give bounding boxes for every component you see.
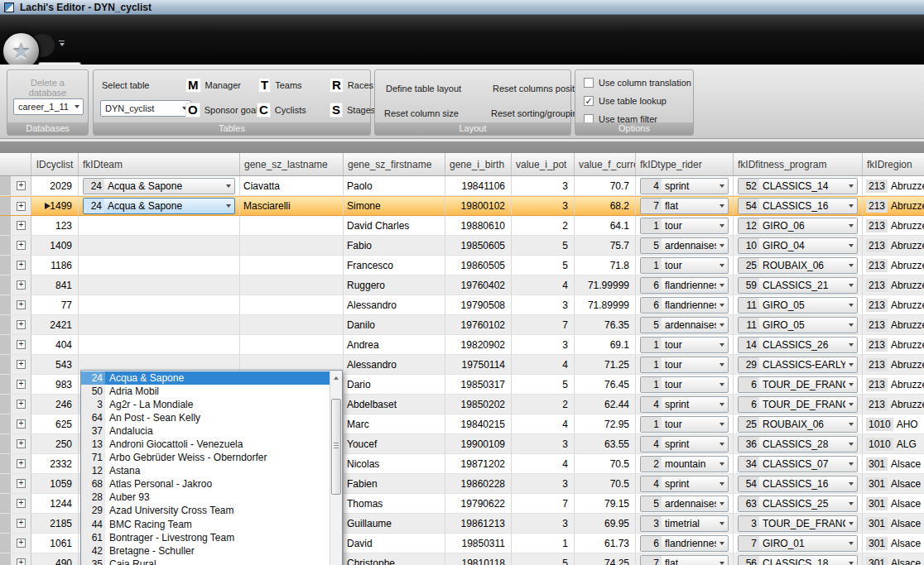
column-header-fkIDtype_rider[interactable]: fkIDtype_rider [636,153,734,175]
fitness-program-combo[interactable]: 54CLASSICS_16 [738,198,858,214]
expand-row-icon[interactable]: + [17,479,26,488]
table-row[interactable]: +123David Charles19880610264.11tour12GIR… [0,216,924,236]
table-row[interactable]: +2421Danilo19760102776.355ardennaises11G… [0,315,924,335]
define-table-layout-button[interactable]: Define table layout [386,84,461,93]
expand-row-icon[interactable]: + [17,360,26,369]
type-rider-combo[interactable]: 1tour [640,218,729,234]
fitness-program-combo[interactable]: 29CLASSICS-EARLY-S [738,357,858,373]
scroll-up-icon[interactable] [330,371,342,385]
expand-row-icon[interactable]: + [17,202,26,211]
table-row[interactable]: +841Ruggero19760402471.999996flandrienne… [0,275,924,295]
reset-sorting-grouping-button[interactable]: Reset sorting/grouping [491,108,583,118]
column-header-value_f_curre[interactable]: value_f_curre [575,153,636,175]
reset-column-size-button[interactable]: Reset column size [384,108,459,118]
type-rider-combo[interactable]: 5ardennaises [640,237,729,254]
team-list-item[interactable]: 44BMC Racing Team [81,518,330,531]
team-list-item[interactable]: 13Androni Giocattoli - Venezuela [81,438,330,451]
column-header-value_i_pot[interactable]: value_i_pot [512,153,575,175]
type-rider-combo[interactable]: 4sprint [640,476,729,492]
table-button-stages[interactable]: SStages [330,103,375,117]
team-list-item[interactable]: 3Ag2r - La Mondiale [81,398,330,411]
type-rider-combo[interactable]: 2mountain [640,456,729,472]
type-rider-combo[interactable]: 4sprint [640,178,729,194]
fitness-program-combo[interactable]: 10GIRO_04 [738,237,858,254]
type-rider-combo[interactable]: 4sprint [640,436,729,452]
expand-row-icon[interactable]: + [17,261,26,270]
type-rider-combo[interactable]: 1tour [640,337,729,353]
fitness-program-combo[interactable]: 56CLASSICS_18 [738,555,858,565]
team-combo[interactable]: 24Acqua & Sapone [83,178,235,194]
quick-access-dropdown-icon[interactable] [58,41,65,46]
table-row[interactable]: +404Andrea19820902369.11tour14CLASSICS_2… [0,335,924,355]
type-rider-combo[interactable]: 1tour [640,416,729,433]
type-rider-combo[interactable]: 7flat [640,198,729,214]
fitness-program-combo[interactable]: 36CLASSICS_28 [738,436,858,452]
expand-row-icon[interactable]: + [17,459,26,468]
column-header-fkIDteam[interactable]: fkIDteam [79,153,240,175]
type-rider-combo[interactable]: 7flat [640,555,729,565]
expand-row-icon[interactable]: + [17,499,26,508]
expand-row-icon[interactable]: + [17,380,26,389]
column-header-gene_i_birth[interactable]: gene_i_birth [445,153,512,175]
table-row[interactable]: +149924Acqua & SaponeMasciarelliSimone19… [0,196,924,216]
fitness-program-combo[interactable]: 11GIRO_05 [738,297,858,314]
table-row[interactable]: +1409Fabio19850605575.75ardennaises10GIR… [0,236,924,256]
column-header-gene_sz_lastname[interactable]: gene_sz_lastname [240,153,344,175]
team-list-item[interactable]: 12Astana [81,464,330,477]
delete-database-button[interactable]: Delete a database [7,77,88,98]
fitness-program-combo[interactable]: 3TOUR_DE_FRANCE_ [738,515,858,532]
expand-row-icon[interactable]: + [17,539,26,548]
table-row[interactable]: +1186Francesco19860505571.81tour25ROUBAI… [0,256,924,275]
fitness-program-combo[interactable]: 52CLASSICS_14 [738,178,858,194]
expand-row-icon[interactable]: + [17,241,26,250]
team-list-item[interactable]: 61Bontrager - Livestrong Team [81,531,330,544]
type-rider-combo[interactable]: 6flandriennes [640,277,729,294]
fitness-program-combo[interactable]: 12GIRO_06 [738,218,858,234]
team-list-item[interactable]: 28Auber 93 [81,491,330,504]
popup-scrollbar[interactable] [330,371,342,565]
scrollbar-thumb[interactable] [331,399,341,495]
database-select[interactable]: career_1_11 [13,98,84,115]
type-rider-combo[interactable]: 1tour [640,376,729,393]
expand-row-icon[interactable]: + [17,340,26,349]
expand-row-icon[interactable]: + [17,419,26,429]
fitness-program-combo[interactable]: 7GIRO_01 [738,535,858,552]
type-rider-combo[interactable]: 1tour [640,257,729,274]
type-rider-combo[interactable]: 6flandriennes [640,535,729,552]
team-list-item[interactable]: 29Azad University Cross Team [81,504,330,517]
expand-row-icon[interactable]: + [17,519,26,528]
fitness-program-combo[interactable]: 25ROUBAIX_06 [738,257,858,274]
team-list-item[interactable]: 71Arbo Gebrüder Weiss - Oberndorfer [81,451,330,464]
column-header-IDcyclist[interactable]: IDcyclist [31,153,79,175]
expand-row-icon[interactable]: + [17,221,26,230]
type-rider-combo[interactable]: 5ardennaises [640,317,729,333]
team-list-item[interactable]: 42Bretagne - Schuller [81,544,330,558]
team-list-item[interactable]: 37Andalucia [81,424,330,438]
table-button-sponsor-goals[interactable]: OSponsor goals [186,103,262,117]
expand-row-icon[interactable]: + [17,439,26,448]
type-rider-combo[interactable]: 3timetrial [640,515,729,532]
fitness-program-combo[interactable]: 6TOUR_DE_FRANCE_ [738,396,858,413]
checkbox-use-table-lookup[interactable]: ✓Use table lookup [584,96,667,106]
fitness-program-combo[interactable]: 6TOUR_DE_FRANCE_ [738,376,858,393]
team-combo[interactable]: 24Acqua & Sapone [83,198,235,214]
type-rider-combo[interactable]: 4sprint [640,396,729,413]
fitness-program-combo[interactable]: 34CLASSICS_07 [738,456,858,472]
table-button-teams[interactable]: TTeams [259,79,302,92]
table-button-races[interactable]: RRaces [330,79,373,92]
table-select[interactable]: DYN_cyclist [100,100,191,117]
fitness-program-combo[interactable]: 11GIRO_05 [738,317,858,333]
table-button-cyclists[interactable]: CCyclists [257,103,306,117]
expand-row-icon[interactable]: + [17,300,26,309]
expand-row-icon[interactable]: + [17,558,26,565]
type-rider-combo[interactable]: 6flandriennes [640,297,729,314]
table-row[interactable]: +77Alessandro19790508371.899996flandrien… [0,295,924,315]
team-list-item[interactable]: 35Caja Rural [81,558,330,565]
type-rider-combo[interactable]: 1tour [640,357,729,373]
team-list-item[interactable]: 50Adria Mobil [81,385,330,398]
team-list-item[interactable]: 68Atlas Personal - Jakroo [81,477,330,491]
fitness-program-combo[interactable]: 14CLASSICS_26 [738,337,858,353]
fitness-program-combo[interactable]: 59CLASSICS_21 [738,277,858,294]
fitness-program-combo[interactable]: 63CLASSICS_25 [738,496,858,512]
expand-row-icon[interactable]: + [17,280,26,290]
